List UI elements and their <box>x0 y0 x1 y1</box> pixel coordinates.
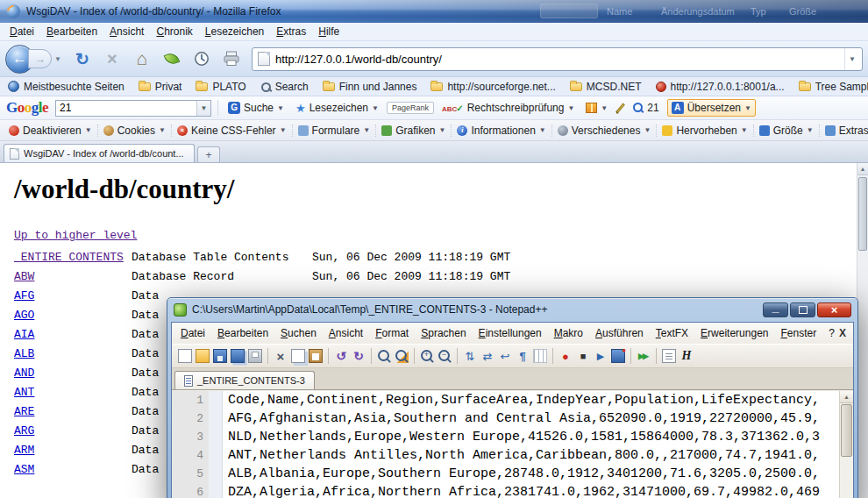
textfx-html-icon[interactable] <box>679 349 694 363</box>
menu-hilfe[interactable]: Hilfe <box>312 24 345 39</box>
entry-link-arm[interactable]: ARM <box>14 441 132 460</box>
entry-link-afg[interactable]: AFG <box>14 287 132 306</box>
pagerank-widget[interactable]: PageRank <box>387 102 434 114</box>
entry-link-and[interactable]: AND <box>14 364 132 383</box>
save-macro-icon[interactable] <box>611 349 625 363</box>
webdev-grafiken[interactable]: Grafiken▼ <box>376 125 452 137</box>
new-tab-button[interactable] <box>197 146 220 162</box>
webdev-css-fehler[interactable]: ×Keine CSS-Fehler▼ <box>172 125 293 137</box>
url-input[interactable] <box>275 53 844 66</box>
entry-link-abw[interactable]: ABW <box>14 267 132 287</box>
sync-scroll-vertical-icon[interactable] <box>463 349 477 363</box>
print-icon[interactable] <box>219 46 244 71</box>
bookmark-plato[interactable]: PLATO <box>196 81 245 93</box>
bookmark-sourceforge[interactable]: http://sourceforge.net... <box>430 81 555 93</box>
undo-icon[interactable] <box>334 349 348 363</box>
scrollbar-thumb[interactable] <box>858 177 867 251</box>
npp-menu-help[interactable]: ? <box>822 325 841 341</box>
npp-menu-ausfuehren[interactable]: Ausführen <box>589 325 650 341</box>
spellcheck-button[interactable]: ABCRechtschreibprüfung▼ <box>438 100 578 116</box>
entry-link-ant[interactable]: ANT <box>14 383 132 402</box>
npp-menu-makro[interactable]: Makro <box>548 325 589 341</box>
scroll-up-icon[interactable]: ▲ <box>840 391 853 403</box>
zoom-in-icon[interactable] <box>420 349 434 363</box>
webdev-cookies[interactable]: Cookies▼ <box>98 125 172 137</box>
google-search-box[interactable]: ▼ <box>55 100 211 117</box>
maximize-button[interactable] <box>790 302 815 317</box>
home-icon[interactable]: ⌂ <box>130 46 154 71</box>
stop-icon[interactable]: × <box>100 46 125 71</box>
npp-close-document-x[interactable]: X <box>839 327 846 339</box>
reload-icon[interactable]: ↻ <box>70 46 95 71</box>
npp-menu-datei[interactable]: Datei <box>174 325 211 341</box>
npp-menu-textfx[interactable]: TextFX <box>650 325 694 341</box>
forward-button[interactable]: → <box>28 49 52 68</box>
save-icon[interactable] <box>213 349 227 363</box>
bookmark-finn-und-jannes[interactable]: Finn und Jannes <box>323 81 417 93</box>
open-folder-icon[interactable] <box>196 349 210 363</box>
bookmark-mcsd[interactable]: MCSD.NET <box>570 81 642 93</box>
play-macro-icon[interactable] <box>594 349 608 363</box>
menu-extras[interactable]: Extras <box>270 24 312 39</box>
webdev-informationen[interactable]: iInformationen▼ <box>452 125 551 137</box>
entry-link-aia[interactable]: AIA <box>14 325 132 345</box>
webdev-formulare[interactable]: Formulare▼ <box>293 125 377 137</box>
leaf-icon[interactable] <box>160 46 184 71</box>
notepad-titlebar[interactable]: C:\Users\Martin\AppData\Local\Temp\_ENTI… <box>167 298 857 321</box>
webdev-verschiedenes[interactable]: Verschiedenes▼ <box>552 125 658 137</box>
npp-menu-suchen[interactable]: Suchen <box>274 325 323 341</box>
npp-menu-erweiterungen[interactable]: Erweiterungen <box>694 325 774 341</box>
menu-lesezeichen[interactable]: Lesezeichen <box>199 24 270 39</box>
bookmark-tree-samples[interactable]: Tree Samples <box>799 81 868 93</box>
entry-link-arg[interactable]: ARG <box>14 422 132 441</box>
find-icon[interactable] <box>377 349 391 363</box>
scrollbar-thumb[interactable] <box>841 404 852 457</box>
sync-scroll-horizontal-icon[interactable] <box>480 349 494 363</box>
menu-bearbeiten[interactable]: Bearbeiten <box>40 24 103 39</box>
webdev-deaktivieren[interactable]: Deaktivieren▼ <box>4 125 98 137</box>
minimize-button[interactable] <box>763 302 788 317</box>
menu-chronik[interactable]: Chronik <box>150 24 198 39</box>
menu-datei[interactable]: Datei <box>4 24 40 39</box>
bookmark-search[interactable]: Search <box>260 81 309 93</box>
scroll-up-icon[interactable]: ▲ <box>857 163 868 175</box>
url-bar[interactable]: ▼ <box>252 47 863 71</box>
clock-icon[interactable] <box>189 46 214 71</box>
tab-entire-contents-3[interactable]: _ENTIRE_CONTENTS-3 <box>174 371 315 389</box>
npp-menu-einstellungen[interactable]: Einstellungen <box>473 325 548 341</box>
show-all-characters-icon[interactable] <box>516 349 530 363</box>
copy-icon[interactable] <box>291 349 305 363</box>
redo-icon[interactable] <box>352 349 366 363</box>
history-dropdown-icon[interactable]: ▼ <box>54 55 61 63</box>
paste-icon[interactable] <box>309 349 323 363</box>
firefox-titlebar[interactable]: WsgiDAV - Index of /world-db/country/ - … <box>0 0 868 23</box>
bookmark-localhost-8001[interactable]: http://127.0.0.1:8001/a... <box>656 81 785 93</box>
editor-scrollbar[interactable]: ▲ <box>839 391 853 498</box>
bookmark-privat[interactable]: Privat <box>139 81 182 93</box>
google-search-input[interactable] <box>56 102 196 114</box>
gift-button[interactable]: ▼ <box>582 101 611 115</box>
notepad-editor[interactable]: 1Code,Name,Continent,Region,SurfaceArea,… <box>172 391 853 498</box>
entry-link-are[interactable]: ARE <box>14 402 132 422</box>
entry-link-entire-contents[interactable]: _ENTIRE_CONTENTS <box>14 248 132 267</box>
google-search-button[interactable]: GSuche▼ <box>224 100 288 116</box>
bookmark-most-visited[interactable]: Meistbesuchte Seiten <box>8 81 125 93</box>
replace-icon[interactable] <box>395 349 409 363</box>
npp-menu-ansicht[interactable]: Ansicht <box>323 325 369 341</box>
google-bookmarks-button[interactable]: ★Lesezeichen▼ <box>292 100 382 117</box>
webdev-extras[interactable]: Extras▼ <box>820 125 868 137</box>
npp-menu-bearbeiten[interactable]: Bearbeiten <box>211 325 274 341</box>
npp-menu-sprachen[interactable]: Sprachen <box>415 325 472 341</box>
close-button[interactable] <box>817 302 851 317</box>
tab-wsgidav[interactable]: WsgiDAV - Index of /world-db/count... <box>4 144 195 162</box>
entry-link-asm[interactable]: ASM <box>14 460 132 480</box>
autofill-button[interactable] <box>615 101 625 116</box>
stop-macro-icon[interactable] <box>576 349 590 363</box>
translate-button[interactable]: AÜbersetzen▼ <box>667 99 756 117</box>
webdev-hervorheben[interactable]: Hervorheben▼ <box>657 125 753 137</box>
entry-link-alb[interactable]: ALB <box>14 345 132 364</box>
menu-ansicht[interactable]: Ansicht <box>103 24 150 39</box>
doc-switcher-icon[interactable] <box>662 349 676 363</box>
record-macro-icon[interactable] <box>559 349 573 363</box>
print-icon[interactable] <box>248 349 262 363</box>
